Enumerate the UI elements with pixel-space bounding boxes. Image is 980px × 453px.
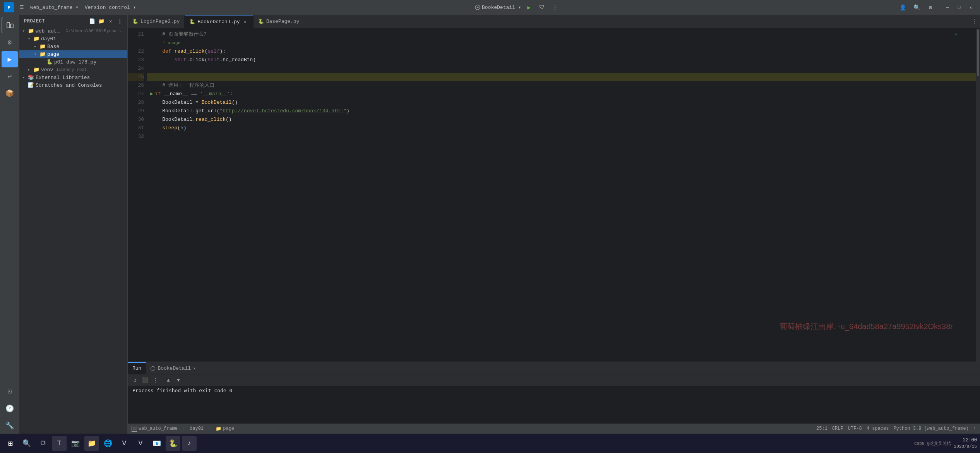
attr: .hc_readBtn) xyxy=(219,56,256,64)
folder-icon: 📁 xyxy=(216,426,221,432)
colon: : xyxy=(230,90,233,98)
watermark: 葡萄柚绿江南岸. -u_64dad58a27a9952tvk2Oks38r xyxy=(780,322,953,331)
chevron-right-icon: ▸ xyxy=(21,75,26,80)
taskbar-browser[interactable]: 🌐 xyxy=(101,436,115,451)
taskbar-clock[interactable]: 22:00 2023/8/15 xyxy=(954,437,977,450)
svg-point-5 xyxy=(151,366,155,371)
status-update[interactable]: ↑ xyxy=(973,426,976,431)
activity-services[interactable]: 🕐 xyxy=(2,400,18,417)
restart-button[interactable]: ↺ xyxy=(131,376,139,384)
tab-label: BasePage.py xyxy=(266,19,300,24)
status-icon-box: □ xyxy=(132,426,137,432)
code-area[interactable]: # 页面能够做什么? ✓ 1 usage def read_click ( se… xyxy=(147,29,976,362)
tab-more-button[interactable]: ⋮ xyxy=(968,15,980,28)
bookedetail-tab[interactable]: BookeDetail ✕ xyxy=(146,362,200,374)
tree-page[interactable]: ▾ 📁 page xyxy=(19,50,127,58)
activity-tools[interactable]: 🔧 xyxy=(2,417,18,434)
tree-p01[interactable]: 🐍 p01_dsw_178.py xyxy=(19,58,127,66)
tree-day01[interactable]: ▾ 📁 day01 xyxy=(19,35,127,43)
tab-close-button[interactable]: ✕ xyxy=(193,366,196,371)
string-url: "http://novel.hctestedu.com/book/134.htm… xyxy=(219,107,346,115)
settings-button[interactable]: ⚙ xyxy=(925,2,936,13)
code-text: () xyxy=(226,115,232,124)
code-line: self .click( self .hc_readBtn) xyxy=(147,56,976,64)
status-encoding[interactable]: UTF-8 xyxy=(848,426,862,431)
taskbar-mail[interactable]: 📧 xyxy=(149,436,164,451)
search-taskbar-button[interactable]: 🔍 xyxy=(19,436,34,451)
status-indent[interactable]: 4 spaces xyxy=(867,426,889,431)
new-file-button[interactable]: 📄 xyxy=(88,17,96,26)
comment: # 页面能够做什么? xyxy=(150,30,207,39)
activity-packages[interactable]: 📦 xyxy=(2,85,18,101)
tree-root[interactable]: ▾ 📁 web_auto_frame C:\Users\86150\Pycha.… xyxy=(19,27,127,35)
editor-scrollbar[interactable] xyxy=(976,29,980,362)
keyword: if xyxy=(155,90,164,98)
minimize-button[interactable]: — xyxy=(942,2,953,13)
status-line-ending[interactable]: CRLF xyxy=(832,426,843,431)
activity-explorer[interactable] xyxy=(2,17,18,33)
tree-ext-libs[interactable]: ▸ 📚 External Libraries xyxy=(19,74,127,81)
run-button[interactable]: ▶ xyxy=(523,2,534,13)
taskbar-notepad[interactable]: T xyxy=(52,436,67,451)
new-folder-button[interactable]: 📁 xyxy=(97,17,106,26)
taskbar-camera[interactable]: 📷 xyxy=(68,436,83,451)
tree-scratches[interactable]: 📝 Scratches and Consoles xyxy=(19,81,127,89)
taskbar-icon2[interactable]: V xyxy=(133,436,148,451)
operator: == xyxy=(188,90,200,98)
profile-button[interactable]: 👤 xyxy=(897,2,908,13)
tab-close-button[interactable]: ✕ xyxy=(242,19,248,25)
status-day01[interactable]: day01 xyxy=(190,426,204,431)
tab-loginpage2[interactable]: 🐍 LoginPage2.py xyxy=(128,15,185,28)
tree-item-sub: library root xyxy=(56,67,87,72)
run-config-label[interactable]: BookeDetail ▾ xyxy=(482,4,521,10)
activity-terminal[interactable]: ⊡ xyxy=(2,383,18,400)
activity-run[interactable]: ▶ xyxy=(2,51,18,67)
close-button[interactable]: ✕ xyxy=(965,2,976,13)
taskbar-python[interactable]: 🐍 xyxy=(166,436,180,451)
tab-bookedetail[interactable]: 🐍 BookeDetail.py ✕ xyxy=(185,15,253,28)
scratches-icon: 📝 xyxy=(28,82,34,88)
scroll-controls: ▲ ▼ xyxy=(164,376,183,384)
taskbar-music[interactable]: ♪ xyxy=(182,436,197,451)
more-button[interactable]: ⋮ xyxy=(151,376,159,384)
scroll-up-button[interactable]: ▲ xyxy=(164,376,173,384)
paren-close: ): xyxy=(219,47,226,56)
coverage-button[interactable]: 🛡 xyxy=(536,2,547,13)
svg-rect-3 xyxy=(7,22,10,28)
paren: ( xyxy=(204,47,207,56)
run-config: BookeDetail ▾ xyxy=(475,4,521,10)
more-run-button[interactable]: ⋮ xyxy=(550,2,560,13)
start-button[interactable]: ⊞ xyxy=(3,436,18,451)
chevron-down-icon: ▾ xyxy=(33,52,38,57)
task-view-button[interactable]: ⧉ xyxy=(36,436,50,451)
folder-icon: 📁 xyxy=(33,36,39,42)
close-sidebar-button[interactable]: ✕ xyxy=(106,17,115,26)
self-keyword: self xyxy=(207,47,219,56)
hamburger-menu[interactable]: ☰ xyxy=(17,3,26,11)
tree-venv[interactable]: ▸ 📁 venv library root xyxy=(19,66,127,74)
version-control-menu[interactable]: Version control ▾ xyxy=(82,3,139,11)
scroll-down-button[interactable]: ▼ xyxy=(174,376,183,384)
project-menu[interactable]: web_auto_frame ▾ xyxy=(28,3,81,11)
run-toolbar: ↺ ⬛ ⋮ ▲ ▼ xyxy=(128,374,980,386)
search-button[interactable]: 🔍 xyxy=(911,2,922,13)
settings-button[interactable]: ⋮ xyxy=(116,17,124,26)
tree-item-label: Base xyxy=(47,44,59,50)
main-layout: ⚙ ▶ ↩ 📦 ⊡ 🕐 🔧 Project 📄 📁 ✕ ⋮ ▾ 📁 web_au… xyxy=(0,15,980,434)
file-tree: ▾ 📁 web_auto_frame C:\Users\86150\Pycha.… xyxy=(19,27,127,89)
stop-button[interactable]: ⬛ xyxy=(141,376,149,384)
activity-vcs[interactable]: ↩ xyxy=(2,68,18,84)
tree-base[interactable]: ▸ 📁 Base xyxy=(19,43,127,50)
status-line-col[interactable]: 25:1 xyxy=(816,426,828,431)
maximize-button[interactable]: □ xyxy=(954,2,965,13)
code-line-highlighted xyxy=(147,73,976,81)
tab-basepage[interactable]: 🐍 BasePage.py xyxy=(254,15,305,28)
activity-settings[interactable]: ⚙ xyxy=(2,34,18,50)
tab-bar: 🐍 LoginPage2.py 🐍 BookeDetail.py ✕ 🐍 Bas… xyxy=(128,15,980,29)
status-project[interactable]: □ web_auto_frame xyxy=(132,426,178,432)
run-tab[interactable]: Run xyxy=(128,362,146,374)
taskbar-icon1[interactable]: V xyxy=(117,436,132,451)
status-interpreter[interactable]: Python 3.9 (web_auto_frame) xyxy=(893,426,968,431)
status-page-folder[interactable]: 📁 page xyxy=(216,426,234,432)
taskbar-files[interactable]: 📁 xyxy=(84,436,99,451)
